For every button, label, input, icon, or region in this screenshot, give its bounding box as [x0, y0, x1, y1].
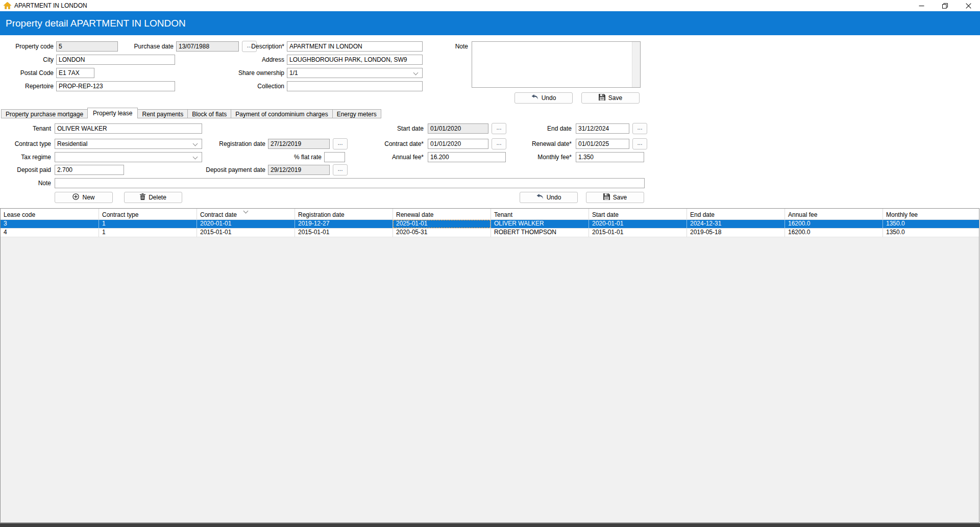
- table-cell[interactable]: 2025-01-01: [393, 220, 491, 228]
- description-field[interactable]: [287, 41, 423, 52]
- start-date-browse-button[interactable]: ...: [492, 123, 506, 134]
- table-cell[interactable]: 2020-05-31: [393, 229, 491, 237]
- tab-energy-meters[interactable]: Energy meters: [332, 109, 381, 118]
- delete-button[interactable]: Delete: [124, 192, 182, 203]
- house-icon: [4, 2, 11, 11]
- tab-block-of-flats[interactable]: Block of flats: [187, 109, 231, 118]
- tab-rent-payments[interactable]: Rent payments: [137, 109, 188, 118]
- new-button[interactable]: New: [55, 192, 113, 203]
- monthly-fee-field[interactable]: [576, 152, 644, 162]
- tenant-label: Tenant: [0, 123, 51, 134]
- address-label: Address: [225, 55, 284, 65]
- table-cell[interactable]: 16200.0: [785, 220, 883, 228]
- table-cell[interactable]: 3: [1, 220, 99, 228]
- repertoire-field[interactable]: [56, 81, 175, 91]
- end-date-browse-button[interactable]: ...: [632, 123, 647, 134]
- deposit-payment-date-field[interactable]: [268, 165, 330, 175]
- table-cell[interactable]: 2024-12-31: [687, 220, 785, 228]
- column-header-contract-date[interactable]: Contract date: [197, 209, 295, 219]
- lease-undo-button[interactable]: Undo: [520, 192, 578, 203]
- property-code-field[interactable]: [56, 41, 118, 52]
- tab-payment-of-condominium-charges[interactable]: Payment of condominium charges: [231, 109, 332, 118]
- contract-date-field[interactable]: [428, 139, 488, 149]
- share-ownership-select[interactable]: 1/1: [287, 68, 423, 78]
- minimize-button[interactable]: [910, 0, 933, 11]
- column-header-contract-type[interactable]: Contract type: [99, 209, 197, 219]
- lease-note-field[interactable]: [55, 178, 645, 188]
- table-cell[interactable]: 2020-01-01: [197, 220, 295, 228]
- monthly-fee-label: Monthly fee*: [503, 152, 572, 162]
- table-cell[interactable]: 2020-01-01: [589, 220, 687, 228]
- property-note-label: Note: [449, 41, 468, 52]
- table-cell[interactable]: 1: [99, 229, 197, 237]
- tax-regime-select[interactable]: [55, 152, 202, 162]
- column-header-tenant[interactable]: Tenant: [491, 209, 589, 219]
- property-note-input[interactable]: [472, 41, 641, 88]
- property-undo-button[interactable]: Undo: [514, 92, 573, 104]
- table-cell[interactable]: 4: [1, 229, 99, 237]
- column-header-registration-date[interactable]: Registration date: [295, 209, 393, 219]
- collection-field[interactable]: [287, 81, 423, 91]
- city-field[interactable]: [56, 55, 175, 65]
- column-header-label: Monthly fee: [886, 211, 918, 218]
- page-header: Property detail APARTMENT IN LONDON: [0, 11, 980, 35]
- repertoire-label: Repertoire: [3, 81, 54, 91]
- table-cell[interactable]: 1350.0: [883, 229, 979, 237]
- address-field[interactable]: [287, 55, 423, 65]
- table-cell[interactable]: 1350.0: [883, 220, 979, 228]
- tenant-field[interactable]: [55, 123, 202, 134]
- start-date-field[interactable]: [428, 123, 488, 134]
- column-header-renewal-date[interactable]: Renewal date: [393, 209, 491, 219]
- property-code-label: Property code: [3, 41, 54, 52]
- contract-type-value: Residential: [57, 140, 87, 147]
- table-cell[interactable]: 2015-01-01: [589, 229, 687, 237]
- table-cell[interactable]: 2015-01-01: [197, 229, 295, 237]
- deposit-payment-date-browse-button[interactable]: ...: [333, 164, 348, 175]
- collection-label: Collection: [225, 81, 284, 91]
- save-icon: [603, 193, 610, 202]
- trash-icon: [140, 193, 145, 202]
- title-bar: APARTMENT IN LONDON: [0, 0, 980, 11]
- lease-save-button[interactable]: Save: [586, 192, 644, 203]
- deposit-payment-date-label: Deposit payment date: [184, 165, 265, 175]
- column-header-monthly-fee[interactable]: Monthly fee: [883, 209, 979, 219]
- column-header-annual-fee[interactable]: Annual fee: [785, 209, 883, 219]
- restore-button[interactable]: [933, 0, 957, 11]
- table-cell[interactable]: 1: [99, 220, 197, 228]
- table-cell[interactable]: 2015-01-01: [295, 229, 393, 237]
- postal-code-field[interactable]: [56, 68, 94, 78]
- note-scrollbar[interactable]: [632, 42, 640, 87]
- property-save-button[interactable]: Save: [581, 92, 640, 104]
- start-date-label: Start date: [357, 123, 424, 134]
- table-cell[interactable]: 16200.0: [785, 229, 883, 237]
- app-window: APARTMENT IN LONDON Property detail APAR…: [0, 0, 980, 527]
- deposit-paid-field[interactable]: [55, 165, 124, 175]
- column-header-end-date[interactable]: End date: [687, 209, 785, 219]
- tab-property-lease[interactable]: Property lease: [87, 108, 138, 118]
- annual-fee-field[interactable]: [428, 152, 506, 162]
- registration-date-field[interactable]: [268, 139, 330, 149]
- table-cell[interactable]: 2019-05-18: [687, 229, 785, 237]
- description-label: Description*: [225, 41, 284, 52]
- chevron-down-icon: [413, 70, 419, 76]
- deposit-paid-label: Deposit paid: [0, 165, 51, 175]
- renewal-date-label: Renewal date*: [503, 139, 572, 149]
- table-cell[interactable]: ROBERT THOMPSON: [491, 229, 589, 237]
- contract-type-select[interactable]: Residential: [55, 139, 202, 149]
- postal-code-label: Postal Code: [3, 68, 54, 78]
- table-row[interactable]: 412015-01-012015-01-012020-05-31ROBERT T…: [1, 229, 979, 237]
- flat-rate-field[interactable]: [324, 152, 345, 162]
- close-icon[interactable]: [957, 0, 980, 11]
- contract-type-label: Contract type: [0, 139, 51, 149]
- column-header-start-date[interactable]: Start date: [589, 209, 687, 219]
- table-cell[interactable]: 2019-12-27: [295, 220, 393, 228]
- flat-rate-label: % flat rate: [245, 152, 322, 162]
- renewal-date-browse-button[interactable]: ...: [632, 138, 647, 149]
- table-cell[interactable]: OLIVER WALKER: [491, 220, 589, 228]
- registration-date-browse-button[interactable]: ...: [333, 138, 348, 149]
- end-date-field[interactable]: [576, 123, 629, 134]
- table-row[interactable]: 312020-01-012019-12-272025-01-01OLIVER W…: [1, 220, 979, 229]
- tab-property-purchase-mortgage[interactable]: Property purchase mortgage: [1, 109, 88, 118]
- column-header-lease-code[interactable]: Lease code: [1, 209, 99, 219]
- renewal-date-field[interactable]: [576, 139, 629, 149]
